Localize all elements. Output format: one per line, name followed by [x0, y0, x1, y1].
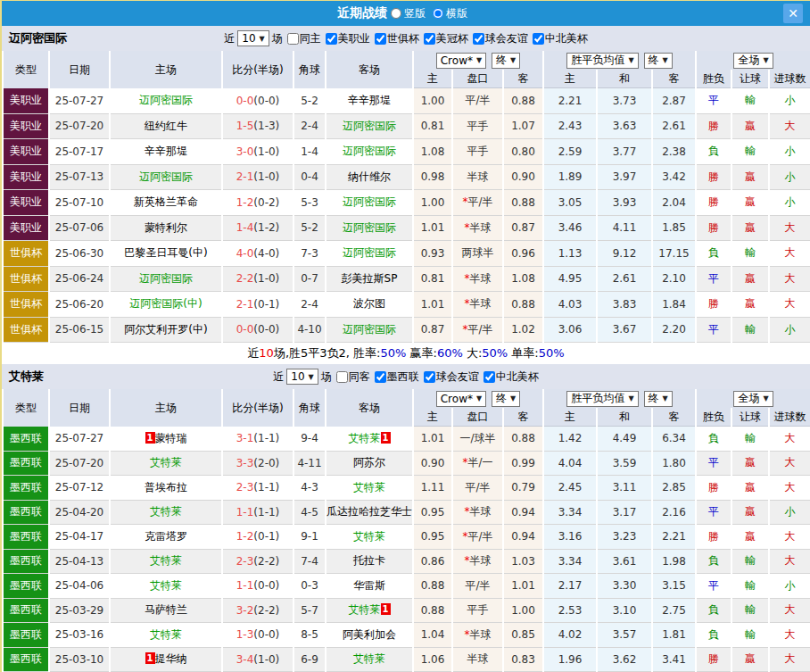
summary-segment: 胜率: — [353, 346, 380, 360]
subcol-outcome: 胜负 — [697, 408, 731, 427]
league-filter-checkbox[interactable]: 中北美杯 — [482, 369, 539, 385]
match-type-badge: 美职业 — [4, 139, 48, 165]
team-name: 艾特莱 — [9, 369, 44, 385]
league-filter-checkbox-box[interactable] — [375, 33, 386, 45]
layout-radio-horizontal[interactable]: 横版 — [433, 6, 467, 21]
handicap-star: * — [465, 505, 470, 518]
half-time-score: (2-2) — [253, 604, 279, 617]
result-outcome: 平 — [697, 318, 731, 344]
summary-segment: 大: — [463, 346, 483, 360]
match-type-badge: 世俱杯 — [4, 318, 48, 344]
subcol-mean-away: 客 — [653, 408, 695, 427]
odds-final-select[interactable]: 终▼ — [492, 391, 520, 407]
league-filter-checkbox-box[interactable] — [484, 371, 495, 383]
home-team: 普埃布拉 — [111, 476, 221, 501]
subcol-goals-result: 进球数 — [770, 70, 810, 88]
league-filter-checkbox-box[interactable] — [326, 33, 337, 45]
league-filter-checkbox[interactable]: 中北美杯 — [531, 31, 588, 46]
league-filter-checkbox-box[interactable] — [424, 33, 435, 45]
odds-away: 0.94 — [504, 501, 542, 526]
league-filter-checkbox[interactable]: 球会友谊 — [471, 31, 528, 46]
dropdown-arrow-icon: ▼ — [260, 35, 265, 43]
full-time-score: 2-1 — [236, 170, 254, 183]
result-handicap: 輸 — [732, 574, 768, 599]
league-filter-checkbox-label: 美冠杯 — [436, 31, 468, 46]
mean-away: 2.85 — [653, 476, 695, 501]
match-type-badge: 墨西联 — [4, 525, 48, 550]
dropdown-arrow-icon: ▼ — [628, 56, 633, 64]
half-time-score: (2-0) — [253, 457, 279, 469]
layout-radio-horizontal-input[interactable] — [433, 8, 443, 19]
mean-final-select[interactable]: 终▼ — [644, 53, 673, 69]
layout-radio-vertical[interactable]: 竖版 — [391, 6, 426, 21]
full-time-score: 2-3 — [236, 555, 254, 568]
recent-count-select[interactable]: 10▼ — [286, 369, 318, 385]
home-team: 艾特莱 — [111, 623, 221, 648]
odds-source-select[interactable]: Crow*▼ — [436, 391, 486, 407]
league-filter-checkbox[interactable]: 墨西联 — [373, 369, 419, 385]
league-filter-checkbox[interactable]: 球会友谊 — [422, 369, 479, 385]
odds-away: 0.94 — [504, 525, 542, 550]
half-time-score: (0-0) — [253, 323, 279, 336]
mean-draw: 3.10 — [598, 599, 651, 624]
red-card-badge: 1 — [145, 432, 155, 444]
scope-select[interactable]: 全场▼ — [733, 53, 773, 69]
same-venue-checkbox[interactable]: 同客 — [335, 369, 370, 385]
same-venue-checkbox-box[interactable] — [336, 371, 348, 383]
mean-source-select[interactable]: 胜平负均值▼ — [566, 391, 638, 407]
col-header-date: 日期 — [50, 389, 109, 427]
recent-results-modal: 近期战绩 竖版横版 ✕ 迈阿密国际 近10▼场同主美职业世俱杯美冠杯球会友谊中北… — [0, 0, 810, 672]
handicap-line: *半/一 — [453, 452, 502, 477]
mean-source-select[interactable]: 胜平负均值▼ — [566, 53, 638, 69]
same-venue-checkbox-box[interactable] — [287, 33, 299, 45]
same-venue-checkbox[interactable]: 同主 — [285, 31, 321, 46]
odds-away: 0.88 — [504, 292, 542, 318]
odds-source-select[interactable]: Crow*▼ — [436, 53, 486, 69]
league-filter-checkbox[interactable]: 世俱杯 — [373, 31, 419, 46]
result-goals: 大 — [770, 241, 810, 267]
close-icon[interactable]: ✕ — [783, 4, 803, 23]
dropdown-arrow-icon: ▼ — [510, 394, 516, 402]
mean-draw: 3.17 — [598, 501, 651, 526]
result-outcome: 負 — [697, 599, 731, 624]
full-time-score: 2-3 — [236, 481, 254, 494]
subcol-odds-home: 主 — [414, 408, 451, 427]
mean-away: 2.75 — [653, 599, 695, 624]
odds-away: 1.03 — [504, 550, 542, 575]
odds-away: 0.88 — [504, 427, 542, 452]
handicap-star: * — [462, 456, 467, 469]
match-type-badge: 世俱杯 — [4, 292, 48, 318]
half-time-score: (0-0) — [253, 628, 279, 641]
league-filter-checkbox[interactable]: 美冠杯 — [422, 31, 468, 46]
mean-away: 3.15 — [653, 574, 695, 599]
match-date: 25-07-20 — [50, 114, 109, 140]
league-filter-checkbox-box[interactable] — [424, 371, 435, 383]
match-score: 1-3(0-0) — [223, 623, 293, 648]
handicap-star: * — [462, 530, 467, 543]
mean-final-select[interactable]: 终▼ — [644, 391, 673, 407]
col-header-away: 客场 — [326, 51, 412, 88]
result-goals: 大 — [770, 623, 810, 648]
league-filter-checkbox-label: 世俱杯 — [387, 31, 419, 46]
league-filter-checkbox-box[interactable] — [533, 33, 544, 45]
half-time-score: (1-1) — [253, 432, 279, 444]
match-row: 墨西联25-03-29马萨特兰3-2(2-2)5-7艾特莱10.88平手1.00… — [4, 599, 810, 624]
handicap-line: *半球 — [453, 623, 502, 648]
odds-home: 0.81 — [414, 267, 451, 293]
result-outcome: 負 — [697, 623, 731, 648]
mean-draw: 3.97 — [598, 165, 651, 191]
result-outcome: 負 — [697, 550, 731, 575]
league-filter-checkbox-box[interactable] — [375, 371, 386, 383]
result-outcome: 負 — [697, 427, 731, 452]
mean-away: 1.98 — [653, 550, 695, 575]
scope-select[interactable]: 全场▼ — [733, 391, 773, 407]
handicap-line: 两球半 — [453, 241, 502, 267]
odds-away: 0.88 — [504, 190, 542, 216]
recent-count-select[interactable]: 10▼ — [237, 30, 269, 46]
layout-radio-vertical-input[interactable] — [391, 8, 401, 19]
recent-label: 近 — [224, 31, 235, 46]
odds-final-select[interactable]: 终▼ — [492, 53, 520, 69]
league-filter-checkbox[interactable]: 美职业 — [324, 31, 370, 46]
league-filter-checkbox-box[interactable] — [473, 33, 484, 45]
corner-count: 4-11 — [294, 452, 325, 477]
